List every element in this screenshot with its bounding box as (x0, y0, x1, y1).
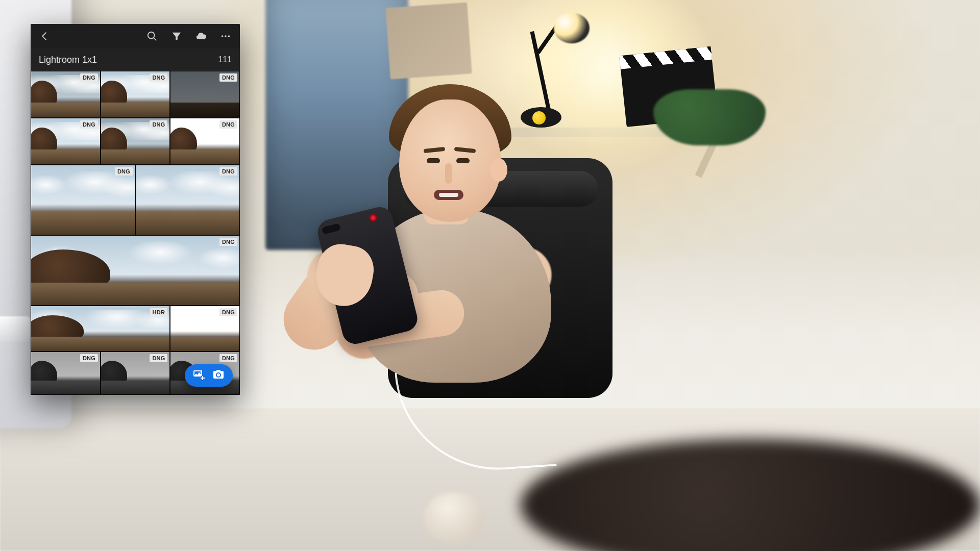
photo-thumbnail[interactable]: DNG (31, 165, 135, 235)
cloud-icon (195, 31, 207, 42)
format-badge: DNG (150, 354, 167, 362)
svg-point-1 (225, 35, 227, 37)
album-header[interactable]: Lightroom 1x1 111 (31, 48, 240, 71)
format-badge: DNG (80, 120, 98, 129)
photo-thumbnail[interactable]: DNG (170, 71, 240, 118)
desk-lamp (554, 13, 590, 43)
lightroom-app: Lightroom 1x1 111 DNG DNG DNG DNG (31, 24, 240, 395)
format-badge: DNG (80, 73, 98, 82)
format-badge: DNG (219, 167, 237, 176)
add-photo-fab[interactable] (185, 364, 233, 387)
filter-icon (171, 31, 182, 42)
search-button[interactable] (141, 25, 163, 47)
filter-button[interactable] (165, 25, 188, 47)
format-badge: DNG (219, 73, 237, 82)
chevron-left-icon (39, 31, 51, 42)
app-header (31, 24, 240, 48)
cloud-button[interactable] (190, 25, 212, 47)
album-count: 111 (218, 55, 232, 64)
more-horizontal-icon (220, 31, 231, 42)
format-badge: DNG (219, 308, 237, 316)
album-title: Lightroom 1x1 (39, 55, 97, 65)
search-icon (146, 31, 158, 42)
photo-thumbnail[interactable]: DNG (101, 352, 170, 395)
photo-thumbnail[interactable]: DNG (31, 352, 101, 395)
photo-thumbnail[interactable]: HDR (31, 306, 170, 352)
power-adapter (0, 316, 31, 342)
person (271, 82, 597, 439)
format-badge: DNG (219, 238, 237, 246)
photo-thumbnail[interactable]: DNG (101, 71, 170, 118)
format-badge: DNG (219, 120, 237, 129)
camera-icon (212, 368, 225, 383)
photo-thumbnail[interactable]: DNG (101, 118, 170, 165)
more-button[interactable] (214, 25, 237, 47)
wall-poster (385, 3, 472, 80)
svg-point-2 (228, 35, 230, 37)
back-button[interactable] (34, 25, 56, 47)
format-badge: DNG (150, 73, 167, 82)
photo-thumbnail[interactable]: DNG (31, 118, 101, 165)
plant (653, 89, 766, 145)
photo-grid[interactable]: DNG DNG DNG DNG DNG DNG (31, 71, 240, 395)
import-photo-icon (193, 368, 205, 383)
format-badge: DNG (115, 167, 133, 176)
format-badge: DNG (219, 354, 237, 362)
photo-thumbnail[interactable]: DNG (170, 118, 240, 165)
svg-point-0 (222, 35, 224, 37)
format-badge: HDR (150, 308, 167, 316)
format-badge: DNG (150, 120, 167, 129)
mug (424, 492, 485, 543)
photo-thumbnail[interactable]: DNG (31, 235, 240, 306)
photo-thumbnail[interactable]: DNG (170, 306, 240, 352)
photo-thumbnail[interactable]: DNG (31, 71, 101, 118)
format-badge: DNG (80, 354, 98, 362)
photo-thumbnail[interactable]: DNG (135, 165, 240, 235)
